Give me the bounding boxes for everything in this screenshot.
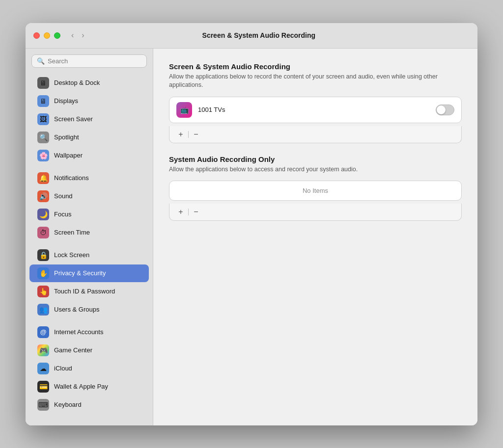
sidebar-item-touch-id[interactable]: 👆Touch ID & Password (29, 283, 149, 300)
section2-desc: Allow the applications below to access a… (169, 165, 462, 174)
section1-controls: + − (169, 126, 462, 143)
app-row-1001tvs: 📺 1001 TVs (169, 97, 461, 123)
users-groups-icon: 👥 (37, 304, 49, 316)
back-button[interactable]: ‹ (68, 30, 77, 41)
privacy-security-icon: ✋ (37, 267, 49, 279)
keyboard-icon: ⌨ (37, 399, 49, 411)
sidebar-item-displays[interactable]: 🖥Displays (29, 92, 149, 110)
section2-add-button[interactable]: + (175, 207, 186, 217)
sidebar-item-keyboard[interactable]: ⌨Keyboard (29, 396, 149, 414)
sidebar-item-icloud[interactable]: ☁iCloud (29, 360, 149, 377)
internet-accounts-icon: @ (37, 326, 49, 338)
traffic-lights (33, 32, 60, 39)
app-icon-glyph: 📺 (180, 106, 189, 114)
sidebar-item-label-displays: Displays (54, 97, 78, 105)
section1-add-button[interactable]: + (175, 129, 186, 140)
sidebar-item-label-touch-id: Touch ID & Password (54, 288, 115, 295)
sidebar-item-label-game-center: Game Center (54, 346, 92, 354)
sidebar-item-label-notifications: Notifications (54, 174, 89, 182)
window-title: Screen & System Audio Recording (87, 31, 430, 39)
desktop-dock-icon: 🖥 (37, 77, 49, 89)
game-center-icon: 🎮 (37, 344, 49, 356)
spotlight-icon: 🔍 (37, 132, 49, 143)
sidebar-item-label-screen-time: Screen Time (54, 229, 90, 236)
sidebar-item-label-icloud: iCloud (54, 365, 72, 372)
sidebar-item-label-lock-screen: Lock Screen (54, 251, 89, 259)
sidebar-item-game-center[interactable]: 🎮Game Center (29, 342, 149, 359)
sidebar-item-label-focus: Focus (54, 211, 71, 218)
lock-screen-icon: 🔒 (37, 249, 49, 261)
section2-ctrl-divider (188, 209, 189, 215)
icloud-icon: ☁ (37, 363, 49, 374)
section2-controls: + − (169, 204, 462, 221)
sidebar-item-sound[interactable]: 🔊Sound (29, 187, 149, 205)
sidebar-list: 🖥Desktop & Dock🖥Displays🖼Screen Saver🔍Sp… (26, 72, 153, 425)
app-icon-1001tvs: 📺 (176, 102, 192, 118)
touch-id-icon: 👆 (37, 286, 49, 297)
sidebar-item-label-wallpaper: Wallpaper (54, 152, 83, 159)
search-icon: 🔍 (37, 57, 45, 65)
maximize-button[interactable] (54, 32, 60, 39)
sidebar-item-label-internet-accounts: Internet Accounts (54, 328, 103, 336)
sidebar-item-label-wallet: Wallet & Apple Pay (54, 383, 108, 390)
sidebar-item-wallet[interactable]: 💳Wallet & Apple Pay (29, 378, 149, 395)
no-items-label: No Items (169, 181, 461, 200)
sidebar-item-lock-screen[interactable]: 🔒Lock Screen (29, 246, 149, 264)
screen-saver-icon: 🖼 (37, 113, 49, 125)
search-input[interactable] (48, 57, 141, 65)
sidebar-separator-1 (26, 242, 153, 246)
focus-icon: 🌙 (37, 209, 49, 220)
sidebar-item-label-spotlight: Spotlight (54, 133, 79, 141)
forward-button[interactable]: › (79, 30, 87, 41)
sidebar-item-focus[interactable]: 🌙Focus (29, 206, 149, 223)
sidebar-item-label-users-groups: Users & Groups (54, 306, 99, 313)
sidebar-separator-2 (26, 319, 153, 323)
section1-title: Screen & System Audio Recording (169, 62, 462, 71)
sidebar-item-label-keyboard: Keyboard (54, 401, 82, 408)
content-area: 🔍 🖥Desktop & Dock🖥Displays🖼Screen Saver🔍… (26, 49, 477, 425)
section2-remove-button[interactable]: − (191, 207, 201, 217)
sidebar-item-spotlight[interactable]: 🔍Spotlight (29, 129, 149, 146)
screen-time-icon: ⏱ (37, 227, 49, 238)
sidebar-item-label-privacy-security: Privacy & Security (54, 269, 106, 277)
wallpaper-icon: 🌸 (37, 150, 49, 161)
sidebar-item-label-screen-saver: Screen Saver (54, 115, 93, 123)
app-name-1001tvs: 1001 TVs (198, 106, 430, 113)
app-toggle-1001tvs[interactable] (436, 105, 454, 115)
sidebar-item-internet-accounts[interactable]: @Internet Accounts (29, 323, 149, 341)
sidebar-item-screen-time[interactable]: ⏱Screen Time (29, 224, 149, 241)
close-button[interactable] (33, 32, 40, 39)
sidebar: 🔍 🖥Desktop & Dock🖥Displays🖼Screen Saver🔍… (26, 49, 153, 425)
sidebar-item-privacy-security[interactable]: ✋Privacy & Security (29, 264, 149, 282)
minimize-button[interactable] (44, 32, 50, 39)
section1-desc: Allow the applications below to record t… (169, 73, 462, 90)
sidebar-item-desktop-dock[interactable]: 🖥Desktop & Dock (29, 74, 149, 92)
sidebar-item-users-groups[interactable]: 👥Users & Groups (29, 301, 149, 318)
sidebar-item-label-desktop-dock: Desktop & Dock (54, 79, 100, 86)
screen-recording-app-list: 📺 1001 TVs (169, 97, 462, 123)
displays-icon: 🖥 (37, 95, 49, 107)
sidebar-item-wallpaper[interactable]: 🌸Wallpaper (29, 147, 149, 164)
sidebar-item-notifications[interactable]: 🔔Notifications (29, 169, 149, 187)
sidebar-item-screen-saver[interactable]: 🖼Screen Saver (29, 110, 149, 128)
system-audio-app-list: No Items (169, 181, 462, 201)
nav-buttons: ‹ › (68, 30, 87, 41)
wallet-icon: 💳 (37, 381, 49, 393)
sidebar-separator-0 (26, 165, 153, 169)
main-content-area: Screen & System Audio Recording Allow th… (153, 49, 477, 425)
titlebar: ‹ › Screen & System Audio Recording (26, 23, 477, 49)
search-box[interactable]: 🔍 (31, 54, 147, 68)
section1-ctrl-divider (188, 131, 189, 138)
sound-icon: 🔊 (37, 190, 49, 202)
section1-remove-button[interactable]: − (191, 129, 201, 140)
sidebar-item-label-sound: Sound (54, 192, 73, 200)
section2-title: System Audio Recording Only (169, 155, 462, 163)
main-window: ‹ › Screen & System Audio Recording 🔍 🖥D… (26, 23, 477, 425)
notifications-icon: 🔔 (37, 172, 49, 184)
